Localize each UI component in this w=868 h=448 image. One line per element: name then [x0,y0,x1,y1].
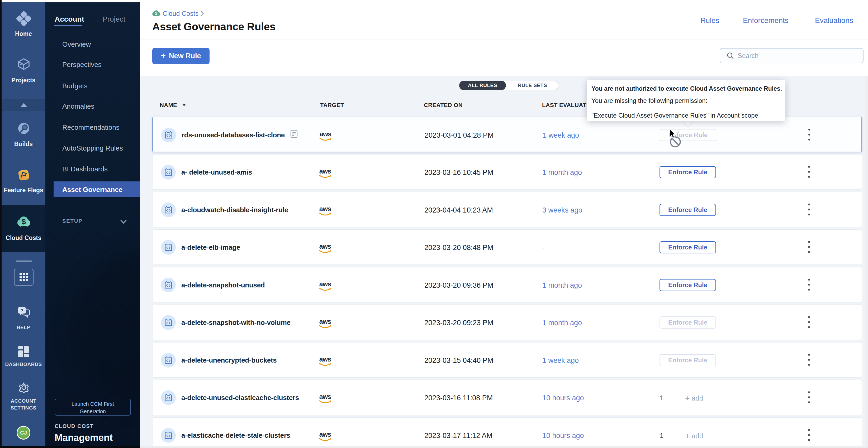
svg-text:$: $ [155,11,158,15]
svg-text:$: $ [22,217,26,226]
svg-text:?: ? [21,308,23,313]
